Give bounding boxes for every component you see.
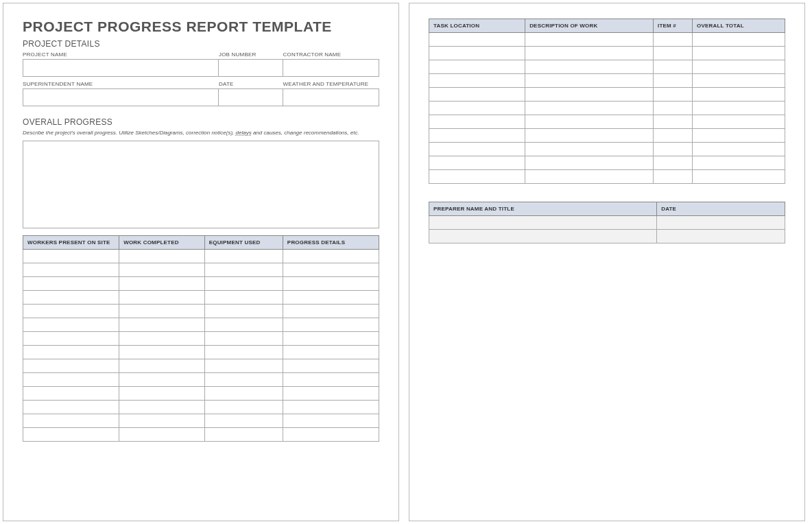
- table-cell[interactable]: [119, 332, 205, 346]
- table-cell[interactable]: [119, 263, 205, 277]
- table-cell[interactable]: [119, 305, 205, 318]
- table-cell[interactable]: [204, 250, 283, 263]
- table-cell[interactable]: [119, 428, 205, 442]
- table-cell[interactable]: [429, 74, 525, 88]
- table-cell[interactable]: [429, 143, 525, 156]
- table-cell[interactable]: [23, 414, 119, 428]
- table-cell[interactable]: [23, 291, 119, 305]
- table-cell[interactable]: [119, 387, 205, 401]
- table-cell[interactable]: [23, 428, 119, 442]
- table-cell[interactable]: [283, 414, 379, 428]
- table-cell[interactable]: [653, 115, 692, 129]
- table-cell[interactable]: [653, 74, 692, 88]
- table-cell[interactable]: [283, 373, 379, 387]
- table-cell[interactable]: [204, 291, 283, 305]
- table-cell[interactable]: [204, 346, 283, 359]
- table-cell[interactable]: [204, 387, 283, 401]
- table-cell[interactable]: [119, 346, 205, 359]
- table-cell[interactable]: [23, 250, 119, 263]
- table-cell[interactable]: [23, 332, 119, 346]
- table-cell[interactable]: [283, 346, 379, 359]
- table-cell[interactable]: [204, 428, 283, 442]
- table-cell[interactable]: [693, 143, 785, 156]
- table-cell[interactable]: [204, 359, 283, 373]
- table-cell[interactable]: [204, 263, 283, 277]
- table-cell[interactable]: [693, 156, 785, 170]
- table-cell[interactable]: [429, 88, 525, 102]
- table-cell[interactable]: [23, 263, 119, 277]
- table-cell[interactable]: [23, 387, 119, 401]
- table-cell[interactable]: [525, 170, 654, 184]
- table-cell[interactable]: [653, 156, 692, 170]
- table-cell[interactable]: [525, 156, 654, 170]
- table-cell[interactable]: [23, 359, 119, 373]
- table-cell[interactable]: [204, 414, 283, 428]
- overall-progress-textarea[interactable]: [23, 141, 379, 228]
- table-cell[interactable]: [693, 102, 785, 115]
- table-cell[interactable]: [525, 33, 654, 47]
- table-cell[interactable]: [693, 60, 785, 74]
- table-cell[interactable]: [429, 102, 525, 115]
- table-cell[interactable]: [693, 129, 785, 143]
- table-cell[interactable]: [657, 216, 785, 230]
- table-cell[interactable]: [283, 332, 379, 346]
- table-cell[interactable]: [693, 170, 785, 184]
- table-cell[interactable]: [429, 33, 525, 47]
- table-cell[interactable]: [23, 373, 119, 387]
- table-cell[interactable]: [23, 346, 119, 359]
- table-cell[interactable]: [429, 129, 525, 143]
- input-superintendent-name[interactable]: [23, 88, 219, 106]
- table-cell[interactable]: [653, 60, 692, 74]
- table-cell[interactable]: [653, 143, 692, 156]
- table-cell[interactable]: [693, 88, 785, 102]
- table-cell[interactable]: [204, 277, 283, 291]
- table-cell[interactable]: [283, 263, 379, 277]
- input-weather-temp[interactable]: [283, 88, 379, 106]
- table-cell[interactable]: [653, 33, 692, 47]
- input-job-number[interactable]: [219, 59, 283, 77]
- table-cell[interactable]: [429, 156, 525, 170]
- table-cell[interactable]: [693, 74, 785, 88]
- table-cell[interactable]: [283, 305, 379, 318]
- table-cell[interactable]: [429, 230, 657, 243]
- table-cell[interactable]: [204, 318, 283, 332]
- table-cell[interactable]: [119, 414, 205, 428]
- table-cell[interactable]: [693, 115, 785, 129]
- table-cell[interactable]: [204, 332, 283, 346]
- table-cell[interactable]: [23, 318, 119, 332]
- table-cell[interactable]: [283, 401, 379, 414]
- table-cell[interactable]: [119, 401, 205, 414]
- table-cell[interactable]: [429, 60, 525, 74]
- table-cell[interactable]: [283, 318, 379, 332]
- table-cell[interactable]: [525, 143, 654, 156]
- table-cell[interactable]: [525, 74, 654, 88]
- table-cell[interactable]: [283, 291, 379, 305]
- table-cell[interactable]: [119, 277, 205, 291]
- input-project-name[interactable]: [23, 59, 219, 77]
- table-cell[interactable]: [657, 230, 785, 243]
- table-cell[interactable]: [283, 359, 379, 373]
- table-cell[interactable]: [525, 102, 654, 115]
- table-cell[interactable]: [283, 277, 379, 291]
- table-cell[interactable]: [23, 277, 119, 291]
- table-cell[interactable]: [119, 291, 205, 305]
- table-cell[interactable]: [283, 250, 379, 263]
- input-date[interactable]: [219, 88, 283, 106]
- input-contractor-name[interactable]: [283, 59, 379, 77]
- table-cell[interactable]: [23, 305, 119, 318]
- table-cell[interactable]: [23, 401, 119, 414]
- table-cell[interactable]: [653, 170, 692, 184]
- table-cell[interactable]: [283, 428, 379, 442]
- table-cell[interactable]: [525, 88, 654, 102]
- table-cell[interactable]: [204, 305, 283, 318]
- table-cell[interactable]: [119, 318, 205, 332]
- table-cell[interactable]: [525, 129, 654, 143]
- table-cell[interactable]: [525, 60, 654, 74]
- table-cell[interactable]: [429, 170, 525, 184]
- table-cell[interactable]: [693, 47, 785, 60]
- table-cell[interactable]: [653, 88, 692, 102]
- table-cell[interactable]: [693, 33, 785, 47]
- table-cell[interactable]: [119, 250, 205, 263]
- table-cell[interactable]: [119, 373, 205, 387]
- table-cell[interactable]: [283, 387, 379, 401]
